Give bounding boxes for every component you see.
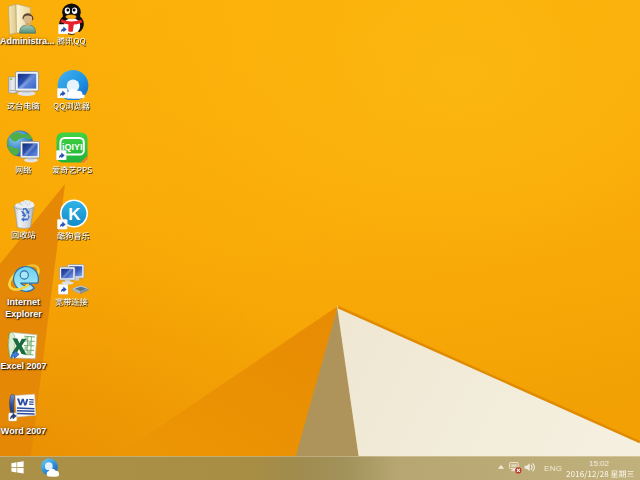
svg-text:K: K [68, 205, 81, 224]
